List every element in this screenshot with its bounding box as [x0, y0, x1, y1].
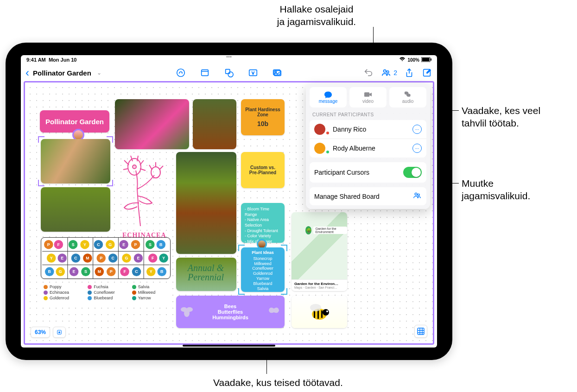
svg-rect-4: [202, 70, 209, 76]
svg-text:G: G: [108, 242, 112, 247]
tab-label: message: [319, 99, 338, 104]
legend-item: Coneflower: [88, 290, 123, 295]
participant-row[interactable]: Danny Rico ···: [310, 120, 426, 139]
tab-label: video: [362, 99, 374, 104]
message-tab[interactable]: message: [310, 87, 347, 107]
collaborate-button[interactable]: [380, 67, 392, 78]
svg-text:E: E: [61, 256, 63, 260]
participant-row[interactable]: Rody Albuerne ···: [310, 139, 426, 158]
back-button[interactable]: ‹: [25, 67, 29, 78]
new-board-button[interactable]: [421, 67, 432, 78]
legend-item: Goldenrod: [44, 296, 79, 300]
text-tool[interactable]: [247, 67, 259, 78]
svg-point-101: [415, 193, 417, 195]
blue-sticky-selected[interactable]: Plant Ideas StonecropMilkweedConeflowerG…: [241, 247, 285, 292]
photo-card[interactable]: [176, 152, 236, 254]
collaborate-icon: [412, 192, 422, 201]
map-pin-icon: 🌳: [305, 226, 311, 234]
audio-tab[interactable]: audio: [389, 87, 426, 107]
undo-button[interactable]: [363, 67, 374, 78]
callout-top: Hallake osalejaid ja jagamisvalikuid.: [263, 3, 370, 28]
legend-item: Fuchsia: [88, 285, 123, 289]
participant-name: Danny Rico: [333, 126, 366, 133]
battery-icon: [421, 57, 431, 63]
zoom-level[interactable]: 63%: [31, 327, 50, 338]
svg-text:E: E: [122, 242, 125, 247]
legend[interactable]: PoppyFuchsiaSalviaEchinaceaConeflowerMil…: [41, 283, 171, 302]
sticky-value: 10b: [257, 120, 268, 127]
svg-rect-90: [321, 310, 323, 318]
video-tab[interactable]: video: [349, 87, 387, 107]
bee-silhouette-icon: [180, 305, 194, 319]
legend-item: Milkweed: [132, 290, 168, 295]
sticky-text: Plant Hardiness Zone: [244, 107, 282, 117]
chevron-down-icon[interactable]: ⌄: [97, 70, 101, 76]
share-button[interactable]: [404, 67, 415, 78]
green-sticky[interactable]: - Bloom Time Range- Native Area Selectio…: [241, 203, 285, 243]
media-tool[interactable]: [272, 67, 283, 78]
collab-count: 2: [393, 69, 397, 76]
svg-text:B: B: [48, 269, 51, 274]
participants-header: CURRENT PARTICIPANTS: [312, 112, 424, 117]
svg-text:P: P: [100, 256, 102, 260]
svg-text:G: G: [125, 256, 128, 260]
favorites-button[interactable]: [53, 327, 66, 338]
callout-right1: Vaadake, kes veel tahvlil töötab.: [462, 104, 540, 130]
photo-card[interactable]: [193, 99, 236, 149]
photo-card[interactable]: [115, 99, 189, 149]
cursors-toggle[interactable]: [403, 167, 422, 178]
svg-text:Y: Y: [150, 269, 152, 274]
purple-sticky[interactable]: Bees Butterflies Hummingbirds: [176, 296, 285, 328]
garden-grid-drawing[interactable]: P F S Y C G E P S B Y E C M P: [41, 237, 171, 279]
sticky-tool[interactable]: [199, 67, 210, 78]
manage-shared-board-row[interactable]: Manage Shared Board: [310, 187, 426, 205]
svg-point-85: [181, 307, 187, 312]
svg-point-92: [326, 310, 328, 312]
svg-text:F: F: [123, 269, 126, 274]
svg-text:S: S: [84, 269, 87, 274]
photo-card[interactable]: [41, 187, 110, 232]
svg-text:C: C: [74, 256, 77, 260]
grid-button[interactable]: [414, 325, 427, 338]
flower-drawing[interactable]: [115, 152, 171, 231]
participant-more-icon[interactable]: ···: [412, 125, 422, 134]
purple-text: Bees Butterflies Hummingbirds: [212, 303, 248, 320]
svg-text:M: M: [98, 269, 101, 274]
svg-rect-1: [422, 57, 430, 61]
yellow-sticky[interactable]: Custom vs. Pre-Planned: [241, 152, 285, 188]
participant-cursors-row: Participant Cursors: [310, 162, 426, 183]
svg-text:E: E: [137, 256, 139, 260]
manage-label: Manage Shared Board: [314, 193, 380, 200]
zoom-controls: 63%: [31, 327, 66, 338]
ipad-device: 9:41 AM Mon Jun 10 100% ‹ Pollinator Gar…: [6, 43, 452, 360]
wifi-icon: [399, 57, 406, 63]
svg-text:Y: Y: [162, 256, 165, 260]
svg-point-13: [387, 71, 389, 73]
bee-photo[interactable]: [292, 296, 347, 328]
svg-text:B: B: [160, 269, 163, 274]
legend-item: Salvia: [132, 285, 168, 289]
callout-bottom: Vaadake, kus teised töötavad.: [213, 376, 343, 389]
shapes-tool[interactable]: [223, 67, 235, 78]
freeform-canvas[interactable]: Pollinator Garden: [24, 81, 434, 345]
svg-point-3: [177, 69, 185, 77]
map-pin-label: Garden for the Environment: [313, 227, 347, 234]
svg-point-16: [151, 167, 160, 178]
annual-label: Annual & Perennial: [183, 263, 229, 282]
svg-point-93: [310, 304, 321, 311]
svg-text:C: C: [111, 256, 114, 260]
map-card[interactable]: 🌳 Garden for the Environment Garden for …: [292, 212, 347, 291]
svg-rect-6: [226, 70, 230, 74]
photo-card-selected[interactable]: [41, 139, 110, 183]
status-time: 9:41 AM: [26, 57, 46, 63]
participant-more-icon[interactable]: ···: [412, 144, 422, 153]
orange-sticky[interactable]: Plant Hardiness Zone 10b: [241, 99, 285, 135]
blue-title: Plant Ideas: [244, 250, 282, 255]
board-title[interactable]: Pollinator Garden: [33, 69, 91, 77]
draw-tool[interactable]: [175, 67, 186, 78]
svg-text:F: F: [152, 256, 154, 260]
board-heading-sticky[interactable]: Pollinator Garden: [40, 110, 109, 133]
svg-rect-88: [314, 310, 315, 318]
svg-text:E: E: [73, 269, 76, 274]
svg-rect-2: [431, 58, 431, 61]
